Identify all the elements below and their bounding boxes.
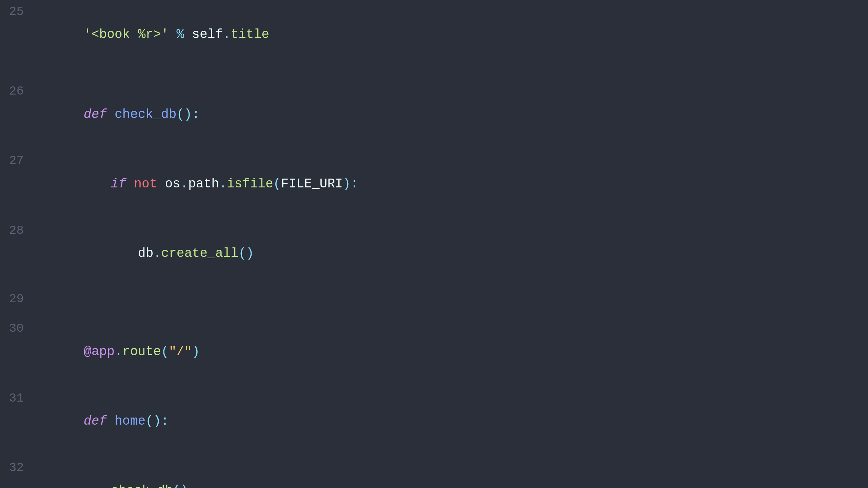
line-num-31: 31 bbox=[0, 388, 37, 410]
line-num-29: 29 bbox=[0, 288, 37, 310]
code-line-26: 26 def check_db(): bbox=[0, 80, 868, 149]
code-line-30: 30 @app.route("/") bbox=[0, 317, 868, 386]
line-content-30: @app.route("/") bbox=[37, 317, 868, 386]
code-line-28: 28 db.create_all() bbox=[0, 219, 868, 288]
line-num-30: 30 bbox=[0, 318, 37, 340]
code-line-27: 27 if not os.path.isfile(FILE_URI): bbox=[0, 149, 868, 219]
code-line-31: 31 def home(): bbox=[0, 387, 868, 456]
line-num-32: 32 bbox=[0, 457, 37, 479]
code-line-29: 29 bbox=[0, 288, 868, 310]
line-content-26: def check_db(): bbox=[37, 80, 868, 149]
line-num-25: 25 bbox=[0, 1, 37, 23]
line-content-31: def home(): bbox=[37, 387, 868, 456]
line-content-27: if not os.path.isfile(FILE_URI): bbox=[37, 149, 868, 219]
line-num-26: 26 bbox=[0, 81, 37, 103]
line-content-28: db.create_all() bbox=[37, 219, 868, 288]
line-num-28: 28 bbox=[0, 220, 37, 242]
code-line-25b bbox=[0, 69, 868, 80]
line-content-25: '<book %r>' % self.title bbox=[37, 0, 868, 69]
code-line-32: 32 check_db() bbox=[0, 456, 868, 488]
line-num-27: 27 bbox=[0, 150, 37, 172]
line-content-32: check_db() bbox=[37, 456, 868, 488]
code-editor: 25 '<book %r>' % self.title 26 def check… bbox=[0, 0, 868, 488]
code-line-25: 25 '<book %r>' % self.title bbox=[0, 0, 868, 69]
